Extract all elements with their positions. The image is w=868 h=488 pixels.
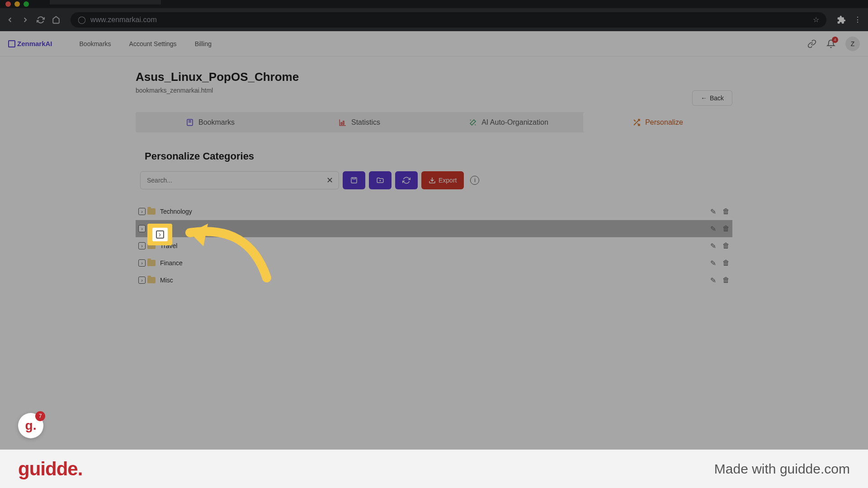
- clear-icon[interactable]: ✕: [326, 175, 333, 185]
- chevron-right-icon: ›: [156, 230, 164, 239]
- page-content: Asus_Linux_PopOS_Chrome bookmarks_zenmar…: [0, 56, 868, 289]
- tab-label: Bookmarks: [198, 118, 235, 127]
- svg-rect-1: [341, 122, 342, 125]
- page-title: Asus_Linux_PopOS_Chrome: [136, 70, 732, 84]
- category-toolbar: ✕ Export i: [140, 171, 732, 189]
- edit-icon[interactable]: ✎: [710, 225, 716, 233]
- close-window-icon[interactable]: [5, 1, 11, 7]
- browser-toolbar: ◯ www.zenmarkai.com ☆ ⋮: [0, 8, 868, 31]
- folder-icon: [147, 260, 156, 266]
- float-count-badge: 7: [35, 411, 45, 421]
- address-bar[interactable]: ◯ www.zenmarkai.com ☆: [71, 12, 826, 28]
- download-icon: [429, 177, 436, 184]
- extensions-icon[interactable]: [836, 15, 846, 24]
- nav-billing[interactable]: Billing: [195, 40, 212, 47]
- site-info-icon[interactable]: ◯: [78, 15, 86, 24]
- chart-icon: [339, 118, 347, 127]
- browser-menu-icon[interactable]: ⋮: [853, 15, 863, 24]
- tab-personalize[interactable]: Personalize: [583, 112, 732, 132]
- tab-bar: Bookmarks Statistics AI Auto-Organizatio…: [136, 112, 732, 132]
- notification-badge: 4: [832, 37, 838, 43]
- expand-icon[interactable]: ›: [138, 242, 146, 249]
- forward-icon[interactable]: [21, 15, 30, 24]
- tab-bookmarks[interactable]: Bookmarks: [136, 112, 285, 132]
- logo-icon: [8, 40, 15, 47]
- minimize-window-icon[interactable]: [14, 1, 20, 7]
- search-input[interactable]: [147, 177, 332, 184]
- window-controls: ◯ Zenmark AI - Auto Organize Brow +: [0, 0, 868, 8]
- trash-icon[interactable]: 🗑: [722, 242, 730, 250]
- bell-icon[interactable]: 4: [826, 39, 835, 48]
- trash-icon[interactable]: 🗑: [722, 225, 730, 233]
- app-logo[interactable]: ZenmarkAI: [8, 40, 52, 47]
- back-icon[interactable]: [5, 15, 14, 24]
- page-subtitle: bookmarks_zenmarkai.html: [136, 87, 732, 94]
- nav-links: Bookmarks Account Settings Billing: [80, 40, 212, 47]
- trash-icon[interactable]: 🗑: [722, 276, 730, 285]
- tab-label: AI Auto-Organization: [481, 118, 548, 127]
- browser-tab[interactable]: ◯ Zenmark AI - Auto Organize Brow: [50, 0, 161, 5]
- search-input-wrap: ✕: [140, 171, 339, 189]
- back-label: Back: [710, 94, 724, 102]
- expand-icon[interactable]: ›: [138, 277, 146, 284]
- shuffle-icon: [632, 118, 641, 127]
- folder-icon: [147, 208, 156, 215]
- add-folder-button[interactable]: [369, 171, 392, 189]
- edit-icon[interactable]: ✎: [710, 276, 716, 285]
- export-button[interactable]: Export: [421, 171, 464, 189]
- expand-icon[interactable]: ›: [138, 259, 146, 267]
- edit-icon[interactable]: ✎: [710, 207, 716, 216]
- logo-text: ZenmarkAI: [17, 40, 52, 47]
- nav-bookmarks[interactable]: Bookmarks: [80, 40, 111, 47]
- avatar[interactable]: Z: [845, 37, 860, 51]
- save-layout-button[interactable]: [343, 171, 365, 189]
- app-header: ZenmarkAI Bookmarks Account Settings Bil…: [0, 31, 868, 56]
- link-icon[interactable]: [807, 39, 816, 48]
- back-button[interactable]: ← Back: [692, 90, 732, 106]
- export-label: Export: [439, 177, 457, 184]
- arrow-left-icon: ←: [701, 94, 707, 102]
- nav-account-settings[interactable]: Account Settings: [129, 40, 177, 47]
- section-title: Personalize Categories: [145, 150, 732, 162]
- expand-icon[interactable]: ›: [138, 225, 146, 232]
- bookmark-star-icon[interactable]: ☆: [813, 15, 819, 24]
- guidde-bottom-bar: guidde. Made with guidde.com: [0, 450, 868, 488]
- svg-rect-2: [343, 121, 344, 125]
- new-tab-button[interactable]: +: [167, 0, 172, 2]
- trash-icon[interactable]: 🗑: [722, 259, 730, 267]
- url-text: www.zenmarkai.com: [90, 16, 157, 24]
- svg-rect-3: [351, 178, 357, 183]
- trash-icon[interactable]: 🗑: [722, 207, 730, 216]
- edit-icon[interactable]: ✎: [710, 242, 716, 250]
- guidde-g-icon: g.: [25, 418, 37, 433]
- edit-icon[interactable]: ✎: [710, 259, 716, 267]
- bookmark-icon: [186, 118, 194, 127]
- tab-label: Personalize: [645, 118, 683, 127]
- home-icon[interactable]: [52, 15, 61, 24]
- tab-statistics[interactable]: Statistics: [285, 112, 434, 132]
- reload-icon[interactable]: [36, 15, 45, 24]
- traffic-lights: [5, 1, 29, 7]
- refresh-button[interactable]: [395, 171, 418, 189]
- made-with-text: Made with guidde.com: [714, 461, 850, 477]
- tutorial-arrow-icon: [167, 206, 276, 287]
- folder-icon: [147, 277, 156, 283]
- guidde-logo: guidde.: [18, 458, 82, 480]
- wand-icon: [469, 118, 477, 127]
- tab-ai-auto-org[interactable]: AI Auto-Organization: [434, 112, 583, 132]
- guidde-float-badge[interactable]: g. 7: [18, 413, 43, 438]
- tab-label: Statistics: [351, 118, 380, 127]
- maximize-window-icon[interactable]: [24, 1, 29, 7]
- info-icon[interactable]: i: [470, 176, 479, 185]
- expand-icon[interactable]: ›: [138, 208, 146, 215]
